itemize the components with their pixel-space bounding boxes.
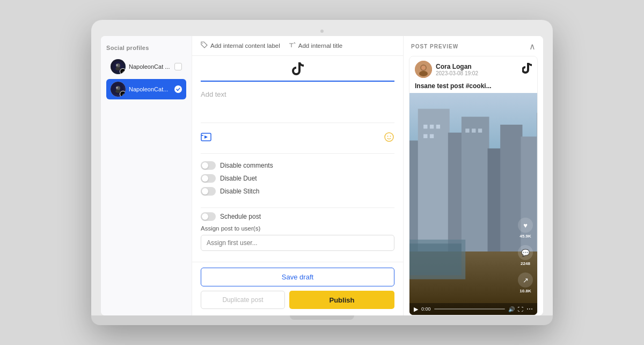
preview-card-header: Cora Logan 2023-03-08 19:02 (409, 56, 537, 82)
heart-icon: ♥ (518, 218, 533, 233)
svg-rect-34 (537, 113, 537, 251)
schedule-toggle[interactable] (201, 212, 216, 221)
label-icon (201, 41, 208, 50)
collapse-preview-button[interactable]: ∧ (529, 41, 536, 52)
volume-icon[interactable]: 🔊 (508, 306, 515, 312)
preview-tiktok-icon (522, 63, 532, 76)
profile-item-2[interactable]: ♪ NapoleonCat... (106, 79, 186, 99)
btn-row: Duplicate post Publish (201, 291, 394, 309)
svg-rect-41 (436, 125, 440, 128)
like-action[interactable]: ♥ 45.9K (518, 218, 533, 239)
video-progress-bar[interactable] (434, 308, 505, 310)
comment-action[interactable]: 💬 2248 (518, 245, 533, 266)
add-title-button[interactable]: Add internal title (289, 41, 342, 50)
disable-stitch-row: Disable Stitch (201, 187, 394, 196)
preview-user-info: Cora Logan 2023-03-08 19:02 (415, 61, 478, 78)
save-draft-button[interactable]: Save draft (201, 268, 394, 286)
compose-area: Add internal content label Add internal … (192, 36, 404, 315)
tiktok-logo-area (201, 62, 394, 82)
svg-line-13 (294, 42, 295, 44)
avatar-1: ♪ (111, 59, 126, 74)
profile-item-1[interactable]: ♪ NapoleonCat ... (106, 56, 186, 77)
sidebar-title: Social profiles (106, 45, 186, 51)
title-icon (289, 41, 296, 50)
tiktok-logo-icon (292, 62, 304, 78)
preview-user-name: Cora Logan (436, 63, 478, 70)
avatar-2: ♪ (111, 82, 126, 97)
svg-rect-44 (465, 128, 469, 132)
comment-icon: 💬 (518, 245, 533, 260)
text-input[interactable]: Add text (201, 86, 394, 118)
compose-content: Add text (192, 56, 403, 262)
assign-user-input[interactable] (201, 235, 394, 251)
profile-name-2: NapoleonCat... (129, 86, 171, 92)
add-label-text: Add internal content label (210, 42, 280, 49)
emoji-icon[interactable] (384, 132, 394, 145)
disable-stitch-label: Disable Stitch (220, 188, 259, 195)
tiktok-badge-2: ♪ (120, 91, 126, 97)
schedule-label: Schedule post (220, 213, 261, 220)
compose-icons-row (201, 127, 394, 149)
media-icon[interactable] (201, 132, 211, 145)
like-count: 45.9K (519, 234, 531, 239)
preview-user-details: Cora Logan 2023-03-08 19:02 (436, 63, 478, 76)
laptop-base (91, 315, 553, 325)
assign-label: Assign post to user(s) (201, 225, 394, 232)
preview-post-text: Insane test post #cooki... (409, 82, 537, 93)
svg-rect-46 (478, 128, 482, 132)
sidebar: Social profiles (101, 36, 192, 315)
svg-rect-31 (488, 148, 502, 251)
svg-point-19 (390, 136, 391, 137)
divider-2 (201, 153, 394, 154)
disable-duet-toggle[interactable] (201, 174, 216, 183)
video-side-actions: ♥ 45.9K 💬 2248 ↗ 10.8K (518, 218, 533, 293)
compose-toolbar: Add internal content label Add internal … (192, 36, 403, 56)
disable-comments-row: Disable comments (201, 161, 394, 170)
svg-point-22 (421, 66, 426, 70)
fullscreen-icon[interactable]: ⛶ (518, 306, 523, 312)
svg-rect-48 (409, 243, 462, 275)
profile-checkbox-1[interactable] (174, 63, 182, 70)
publish-button[interactable]: Publish (289, 291, 394, 309)
disable-duet-row: Disable Duet (201, 174, 394, 183)
preview-avatar (415, 61, 432, 78)
schedule-toggle-row: Schedule post (201, 212, 394, 221)
profile-check-2 (174, 85, 182, 93)
post-preview: POST PREVIEW ∧ (404, 36, 543, 315)
svg-rect-42 (423, 134, 427, 138)
disable-comments-toggle[interactable] (201, 161, 216, 170)
add-title-text: Add internal title (298, 42, 342, 49)
svg-marker-15 (204, 135, 208, 139)
play-button[interactable]: ▶ (414, 306, 418, 313)
preview-header: POST PREVIEW ∧ (404, 36, 543, 56)
disable-comments-label: Disable comments (220, 162, 273, 169)
divider-1 (201, 123, 394, 123)
divider-3 (201, 207, 394, 208)
share-icon: ↗ (518, 272, 533, 288)
schedule-section: Schedule post Assign post to user(s) (201, 212, 394, 251)
svg-point-17 (385, 133, 393, 141)
svg-rect-40 (430, 125, 434, 128)
svg-point-18 (387, 136, 389, 137)
more-options-icon[interactable]: ⋯ (526, 305, 533, 313)
preview-date: 2023-03-08 19:02 (436, 70, 478, 76)
tiktok-badge-1: ♪ (120, 68, 126, 74)
text-placeholder: Add text (201, 90, 226, 98)
preview-title: POST PREVIEW (411, 44, 458, 49)
svg-point-8 (116, 87, 118, 88)
share-action[interactable]: ↗ 10.8K (518, 272, 533, 293)
duplicate-post-button[interactable]: Duplicate post (201, 291, 285, 309)
svg-rect-39 (423, 125, 427, 128)
profile-name-1: NapoleonCat ... (129, 63, 171, 70)
disable-stitch-toggle[interactable] (201, 187, 216, 196)
svg-rect-30 (462, 117, 489, 251)
svg-rect-28 (418, 109, 450, 252)
svg-point-3 (116, 64, 118, 66)
comment-count: 2248 (521, 261, 530, 266)
preview-video: ♥ 45.9K 💬 2248 ↗ 10.8K (409, 93, 537, 315)
svg-rect-43 (430, 134, 434, 138)
svg-point-23 (419, 71, 428, 76)
video-controls: ▶ 0:00 🔊 ⛶ ⋯ (409, 303, 537, 315)
add-label-button[interactable]: Add internal content label (201, 41, 280, 50)
svg-rect-45 (472, 128, 475, 132)
